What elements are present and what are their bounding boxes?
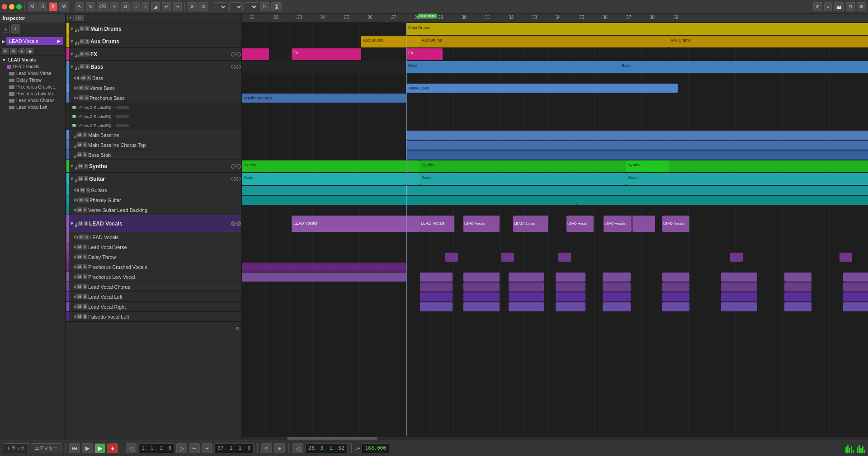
import-btn[interactable]: ⤓: [11, 24, 20, 33]
mute-verse-bass[interactable]: M: [79, 85, 84, 90]
plugin-knob-3[interactable]: [116, 124, 129, 127]
track-label-falsetto[interactable]: M S Falsetto Vocal Left: [66, 312, 242, 322]
play-green-btn[interactable]: ▶: [94, 443, 105, 453]
solo-delay-throw[interactable]: S: [83, 254, 87, 259]
solo-lead-vocal-left[interactable]: S: [83, 294, 87, 299]
plugin-knob-2[interactable]: [116, 115, 129, 118]
loop-out-btn[interactable]: ⇥: [202, 443, 212, 453]
fold-lead-vocals[interactable]: ▼: [70, 221, 74, 226]
solo-lead-vocals[interactable]: S: [84, 221, 88, 226]
mode-s-btn[interactable]: S: [38, 2, 47, 11]
tool-pencil[interactable]: ✎: [86, 2, 95, 11]
tree-item-lead-vocal-verse[interactable]: Lead Vocal Verse: [0, 70, 65, 77]
mute-phasey[interactable]: M: [79, 197, 84, 202]
solo-main-drums[interactable]: S: [85, 26, 90, 31]
tree-item-lead-vocals[interactable]: LEAD Vocals: [0, 63, 65, 70]
track-label-verse-bass[interactable]: M S Verse Bass: [66, 83, 242, 93]
mute-falsetto[interactable]: M: [77, 314, 82, 319]
track-label-main-bassline[interactable]: M S Main Bassline: [66, 130, 242, 140]
tool-redo[interactable]: ↪: [173, 2, 182, 11]
tool-undo[interactable]: ↩: [162, 2, 171, 11]
smart-btn[interactable]: ⊞: [813, 2, 822, 11]
track-label-prechorus-low[interactable]: M S Prechorus Low Vocal: [66, 272, 242, 282]
mute-synths[interactable]: M: [78, 164, 83, 169]
fold-guitar[interactable]: ▼: [70, 176, 74, 181]
track-label-lead-vocals-group[interactable]: ▼ M S LEAD Vocals: [66, 215, 242, 232]
quantize-dropdown[interactable]: 1/16: [245, 2, 258, 11]
tree-item-lead-vocal-left[interactable]: Lead Vocal Left: [0, 104, 65, 111]
track-label-prechorus-bass[interactable]: M S Prechorus Bass: [66, 93, 242, 103]
solo-lead-vocal-right[interactable]: S: [83, 304, 87, 309]
solo-main-bassline[interactable]: S: [83, 132, 87, 137]
solo-bass-sub[interactable]: S: [87, 75, 91, 80]
solo-lead-vocal-verse[interactable]: S: [83, 244, 87, 249]
mute-guitar[interactable]: M: [78, 176, 83, 181]
record-btn[interactable]: ●: [107, 443, 118, 453]
plugin-row-2[interactable]: R W Ins:2-StudioEQ --: [66, 112, 241, 121]
mute-fx[interactable]: M: [80, 52, 85, 56]
tab-track[interactable]: トラック: [3, 443, 29, 453]
track-label-guitar[interactable]: ▼ M S Guitar: [66, 173, 242, 185]
mute-bass-stab[interactable]: M: [77, 152, 82, 157]
fold-synths[interactable]: ▼: [70, 164, 74, 169]
solo-prechorus-crushed[interactable]: S: [83, 264, 87, 269]
track-label-main-bassline-chorus[interactable]: M S Main Bassline Chorus Top: [66, 140, 242, 150]
fold-aux-drums[interactable]: ▼: [70, 39, 74, 44]
fold-main-drums[interactable]: ▼: [70, 26, 74, 31]
mute-bass-sub[interactable]: M: [81, 75, 86, 80]
window-minimize[interactable]: [9, 4, 14, 9]
solo-guitar[interactable]: S: [84, 176, 88, 181]
track-label-bass-stab[interactable]: M S Bass Stab: [66, 150, 242, 160]
solo-synths[interactable]: S: [84, 164, 88, 169]
mute-prechorus-bass[interactable]: M: [79, 95, 84, 100]
knob-fx-2[interactable]: [236, 52, 241, 56]
mute-lead-vocals-sub[interactable]: M: [79, 235, 84, 240]
track-label-guitars[interactable]: M S Guitars: [66, 185, 242, 195]
tree-item-delay-throw[interactable]: Delay Throw: [0, 77, 65, 84]
knob-synths-1[interactable]: [231, 164, 236, 169]
add-track-btn[interactable]: +: [2, 25, 10, 33]
mute-verse-guitar[interactable]: M: [77, 207, 82, 212]
knob-guitar-1[interactable]: [231, 177, 236, 181]
list-btn[interactable]: ≡: [824, 2, 832, 11]
insp-read-btn[interactable]: R: [2, 48, 9, 54]
knob-guitar-2[interactable]: [236, 177, 241, 181]
mute-main-bassline[interactable]: M: [77, 132, 82, 137]
solo-phasey[interactable]: S: [85, 197, 89, 202]
piano-btn[interactable]: 🎹: [834, 2, 844, 11]
solo-fx[interactable]: S: [85, 52, 90, 56]
mode-m-btn[interactable]: M: [28, 2, 37, 11]
track-label-fx[interactable]: ▼ M S FX: [66, 48, 242, 61]
window-maximize[interactable]: [16, 4, 22, 9]
h-scrollbar-thumb[interactable]: [287, 437, 377, 440]
prev-marker-btn[interactable]: ◁: [292, 443, 303, 453]
solo-lead-vocals-sub[interactable]: S: [85, 235, 89, 240]
track-height-controls[interactable]: ⚙: [236, 326, 240, 331]
tool-audio[interactable]: ♪: [142, 2, 149, 11]
loop-in-btn[interactable]: ⇤: [189, 443, 200, 453]
quantize-apply[interactable]: %: [260, 2, 269, 11]
mute-lead-vocal-left[interactable]: M: [77, 294, 82, 299]
track-label-lead-vocals-sub[interactable]: M S LEAD Vocals: [66, 232, 242, 242]
add-track-btn-2[interactable]: +: [67, 15, 74, 21]
mute-lead-vocal-verse[interactable]: M: [77, 244, 82, 249]
knob-bass-1[interactable]: [231, 65, 236, 69]
tool-magnify[interactable]: ⌕: [132, 2, 140, 11]
solo-lead-vocal-chorus[interactable]: S: [83, 284, 87, 289]
bar-dropdown[interactable]: 小節: [229, 2, 243, 11]
track-label-lead-vocal-chorus[interactable]: M S Lead Vocal Chorus: [66, 282, 242, 292]
solo-bass-group[interactable]: S: [85, 64, 90, 69]
insp-mute-btn[interactable]: ◉: [26, 48, 33, 54]
track-label-verse-guitar[interactable]: M S Verse Guitar Lead Backing: [66, 205, 242, 215]
track-label-main-drums[interactable]: ▼ M S Main Drums: [66, 23, 242, 35]
tree-item-lead-vocal-chorus[interactable]: Lead Vocal Chorus: [0, 97, 65, 104]
track-label-prechorus-crushed[interactable]: M S Prechorus Crushed Vocals: [66, 262, 242, 272]
track-label-phasey-guitar[interactable]: M S Phasey Guitar: [66, 195, 242, 205]
track-label-lead-vocal-right[interactable]: M S Lead Vocal Right: [66, 302, 242, 312]
knob-lead-vocals-2[interactable]: [236, 221, 241, 226]
tool-glue[interactable]: ⧉: [121, 2, 130, 11]
knob-lead-vocals-1[interactable]: [231, 221, 236, 226]
track-label-lead-vocal-left[interactable]: M S Lead Vocal Left: [66, 292, 242, 302]
play-btn[interactable]: ▶: [82, 443, 93, 453]
solo-prechorus-bass[interactable]: S: [85, 95, 89, 100]
